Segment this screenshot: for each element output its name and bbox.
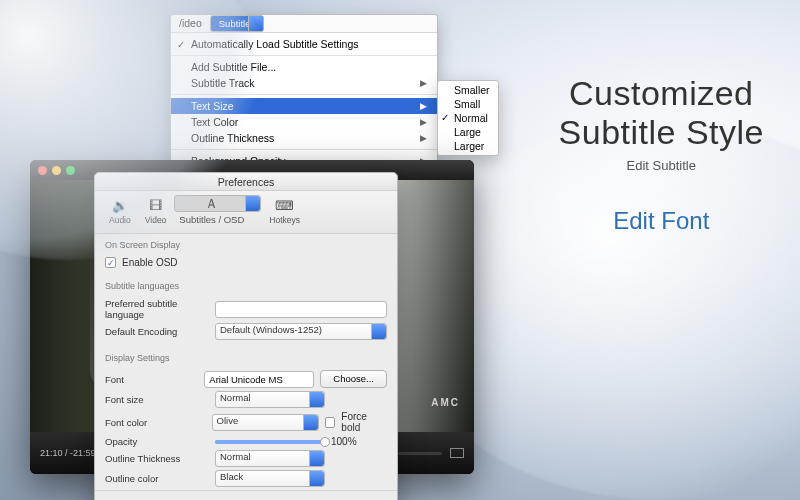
forcebold-label: Force bold bbox=[341, 411, 387, 433]
opacity-value: 100% bbox=[331, 436, 357, 447]
pref-lang-label: Preferred subtitle language bbox=[105, 298, 209, 320]
minimize-icon[interactable] bbox=[52, 166, 61, 175]
audio-icon: 🔉 bbox=[111, 197, 129, 213]
size-larger[interactable]: Larger bbox=[438, 139, 498, 153]
enable-osd-label: Enable OSD bbox=[122, 257, 178, 268]
video-icon: 🎞 bbox=[147, 197, 165, 213]
pref-lang-input[interactable] bbox=[215, 301, 387, 318]
fontsize-label: Font size bbox=[105, 394, 209, 405]
tab-subtitles[interactable]: ＡSubtitles / OSD bbox=[174, 195, 261, 212]
menubar: /ideo Subtitles bbox=[171, 15, 437, 32]
fullscreen-button[interactable] bbox=[450, 448, 464, 458]
size-small[interactable]: Small bbox=[438, 97, 498, 111]
forcebold-checkbox[interactable] bbox=[325, 417, 336, 428]
opacity-slider[interactable] bbox=[215, 440, 325, 444]
menu-item-textcolor[interactable]: Text Color▶ bbox=[171, 114, 437, 130]
menu-item-track[interactable]: Subtitle Track▶ bbox=[171, 75, 437, 91]
opacity-label: Opacity bbox=[105, 436, 209, 447]
preferences-window: Preferences 🔉Audio 🎞Video ＡSubtitles / O… bbox=[94, 172, 398, 500]
section-display: Display Settings bbox=[95, 347, 397, 365]
promo-block: Customized Subtitle Style Edit Subtitle … bbox=[559, 74, 764, 235]
outlinethk-select[interactable]: Normal bbox=[215, 450, 325, 467]
menu-video[interactable]: /ideo bbox=[171, 15, 210, 32]
textsize-submenu: Smaller Small ✓Normal Large Larger bbox=[437, 80, 499, 156]
fontsize-select[interactable]: Normal bbox=[215, 391, 325, 408]
desktop-background: Customized Subtitle Style Edit Subtitle … bbox=[0, 0, 800, 500]
size-normal[interactable]: ✓Normal bbox=[438, 111, 498, 125]
player-titlebar[interactable] bbox=[30, 160, 474, 180]
promo-editfont: Edit Font bbox=[559, 207, 764, 235]
enable-osd-checkbox[interactable]: ✓ bbox=[105, 257, 116, 268]
size-large[interactable]: Large bbox=[438, 125, 498, 139]
menu-item-autoload[interactable]: ✓Automatically Load Subtitle Settings bbox=[171, 36, 437, 52]
hotkeys-icon: ⌨ bbox=[276, 197, 294, 213]
fontcolor-select[interactable]: Olive bbox=[212, 414, 319, 431]
volume-slider[interactable] bbox=[398, 452, 442, 455]
promo-subtitle: Edit Subtitle bbox=[559, 158, 764, 173]
zoom-icon[interactable] bbox=[66, 166, 75, 175]
tab-video[interactable]: 🎞Video bbox=[139, 195, 173, 227]
section-languages: Subtitle languages bbox=[95, 275, 397, 293]
prefs-title: Preferences bbox=[95, 173, 397, 191]
section-osd: On Screen Display bbox=[95, 234, 397, 252]
outlinethk-label: Outline Thickness bbox=[105, 453, 209, 464]
menu-subtitles[interactable]: Subtitles bbox=[210, 15, 264, 32]
menu-item-outline[interactable]: Outline Thickness▶ bbox=[171, 130, 437, 146]
encoding-select[interactable]: Default (Windows-1252) bbox=[215, 323, 387, 340]
fontcolor-label: Font color bbox=[105, 417, 206, 428]
font-input[interactable] bbox=[204, 371, 314, 388]
choose-font-button[interactable]: Choose... bbox=[320, 370, 387, 388]
menu-item-add-file[interactable]: Add Subtitle File... bbox=[171, 59, 437, 75]
menu-item-textsize[interactable]: Text Size▶ bbox=[171, 98, 437, 114]
outlinecol-label: Outline color bbox=[105, 473, 209, 484]
subtitles-icon: Ａ bbox=[203, 196, 221, 212]
promo-heading: Customized Subtitle Style bbox=[559, 74, 764, 152]
time-elapsed: 21:10 / -21:59 bbox=[40, 448, 96, 458]
size-smaller[interactable]: Smaller bbox=[438, 83, 498, 97]
font-label: Font bbox=[105, 374, 198, 385]
outlinecol-select[interactable]: Black bbox=[215, 470, 325, 487]
encoding-label: Default Encoding bbox=[105, 326, 209, 337]
close-icon[interactable] bbox=[38, 166, 47, 175]
prefs-toolbar: 🔉Audio 🎞Video ＡSubtitles / OSD ⌨Hotkeys bbox=[95, 191, 397, 234]
tab-hotkeys[interactable]: ⌨Hotkeys bbox=[263, 195, 306, 227]
tab-audio[interactable]: 🔉Audio bbox=[103, 195, 137, 227]
